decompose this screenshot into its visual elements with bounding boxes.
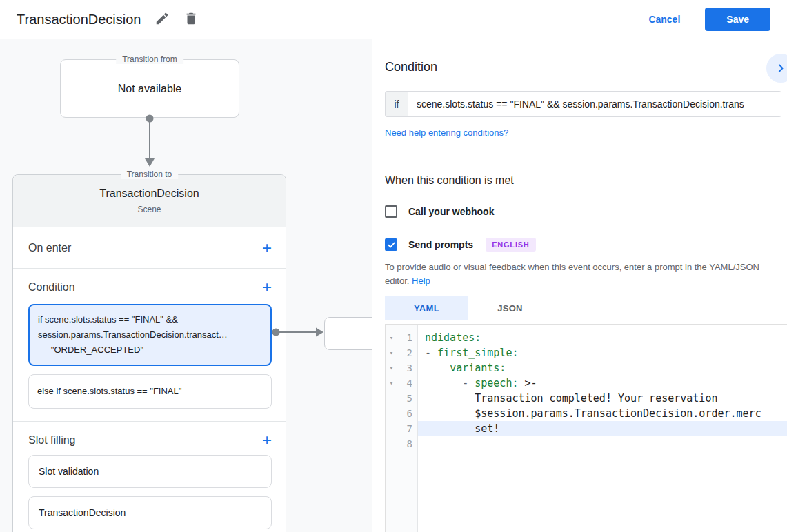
pencil-icon [155,11,170,26]
code-editor-lines: ▾1ndidates:▾2- first_simple:▾3 variants:… [386,330,787,451]
code-editor[interactable]: ▾1ndidates:▾2- first_simple:▾3 variants:… [385,324,787,532]
transition-to-legend: Transition to [121,170,179,179]
add-condition-button[interactable]: + [262,280,272,294]
condition-heading: Condition [385,59,781,74]
webhook-checkbox[interactable] [385,205,397,218]
down-arrow-connector [140,113,159,172]
code-line[interactable]: Transaction completed! Your reservation [418,391,787,406]
editor-line: ▾1ndidates: [386,330,787,345]
line-number: 7 [397,421,418,436]
line-number: 3 [397,360,418,376]
slot-card-validation[interactable]: Slot validation [28,455,272,488]
condition-detail-panel: Condition if Need help entering conditio… [372,39,787,532]
conditions-help-link[interactable]: Need help entering conditions? [385,127,508,138]
code-line[interactable]: $session.params.TransactionDecision.orde… [418,406,787,421]
editor-line: 5 Transaction completed! Your reservatio… [386,391,787,406]
edit-title-button[interactable] [155,11,170,28]
webhook-label: Call your webhook [408,206,494,217]
scene-card-header: TransactionDecision Scene [13,175,286,227]
line-number: 6 [397,406,418,421]
check-icon [387,241,396,249]
code-line[interactable]: - speech: >- [418,376,787,391]
editor-line: 8 [386,436,787,451]
code-line[interactable] [418,436,787,451]
code-line[interactable]: ndidates: [418,330,787,345]
condition-expression-row: if [385,91,781,117]
condition-line: == "ORDER_ACCEPTED" [38,342,262,358]
condition-line: if scene.slots.status == "FINAL" && [38,312,262,327]
condition-card-selected[interactable]: if scene.slots.status == "FINAL" && sess… [28,304,272,366]
delete-scene-button[interactable] [183,11,199,28]
slot-filling-label: Slot filling [28,434,75,447]
editor-line: ▾3 variants: [386,360,787,376]
scene-card: Transition to TransactionDecision Scene … [12,174,286,532]
chevron-right-icon [775,62,787,74]
condition-section-label: Condition [28,281,75,294]
condition-expression-input[interactable] [408,92,781,116]
fold-toggle-icon [386,421,397,436]
add-slot-button[interactable]: + [262,433,272,447]
scene-type-label: Scene [13,205,286,214]
top-bar: TransactionDecision Cancel Save [0,0,787,39]
app-window: TransactionDecision Cancel Save Transiti… [0,0,787,532]
editor-format-tabs: YAML JSON [385,296,781,320]
line-number: 1 [397,330,418,345]
on-enter-section: On enter + [13,227,286,269]
cancel-button[interactable]: Cancel [648,14,680,25]
hint-help-link[interactable]: Help [412,276,430,286]
transition-from-legend: Transition from [116,54,183,64]
slot-card-transaction-decision[interactable]: TransactionDecision [28,496,272,529]
hint-text-body: To provide audio or visual feedback when… [385,262,759,286]
line-number: 2 [397,345,418,360]
transition-from-box: Transition from Not available [60,59,239,118]
line-number: 5 [397,391,418,406]
tab-yaml[interactable]: YAML [385,296,468,320]
send-prompts-checkbox[interactable] [385,238,397,251]
fold-toggle-icon [386,406,397,421]
fold-toggle-icon [386,391,397,406]
fold-toggle-icon[interactable]: ▾ [386,330,397,345]
editor-line: ▾2- first_simple: [386,345,787,360]
condition-line: session.params.TransactionDecision.trans… [38,327,262,342]
collapse-panel-button[interactable] [766,54,787,83]
fold-toggle-icon[interactable]: ▾ [386,345,397,360]
if-prefix-label: if [386,92,408,116]
language-badge: ENGLISH [486,238,536,252]
condition-section: Condition + if scene.slots.status == "FI… [13,269,286,422]
on-enter-label: On enter [28,242,71,254]
send-prompts-label: Send prompts [408,239,473,250]
send-prompts-option-row: Send prompts ENGLISH [385,238,781,252]
fold-toggle-icon[interactable]: ▾ [386,360,397,376]
fold-toggle-icon[interactable]: ▾ [386,376,397,391]
add-on-enter-button[interactable]: + [262,241,272,255]
line-number: 4 [397,376,418,391]
editor-line: 6 $session.params.TransactionDecision.or… [386,406,787,421]
code-line[interactable]: - first_simple: [418,345,787,360]
when-condition-heading: When this condition is met [385,174,781,187]
editor-line: ▾4 - speech: >- [386,376,787,391]
tab-json[interactable]: JSON [468,296,552,320]
right-arrow-connector [270,324,327,340]
flow-diagram-panel: Transition from Not available Transition… [0,39,372,532]
code-line[interactable]: variants: [418,360,787,376]
transition-target-box[interactable] [324,317,372,350]
section-divider [372,156,787,156]
save-button[interactable]: Save [705,8,770,31]
condition-card-else[interactable]: else if scene.slots.status == "FINAL" [28,374,272,409]
editor-line: 7 set! [386,421,787,436]
webhook-option-row: Call your webhook [385,205,781,218]
transition-from-value: Not available [61,83,239,95]
page-title: TransactionDecision [17,12,141,28]
trash-icon [183,11,199,26]
prompt-hint-text: To provide audio or visual feedback when… [385,260,781,288]
fold-toggle-icon [386,436,397,451]
slot-filling-section: Slot filling + Slot validation Transacti… [13,422,286,532]
code-line[interactable]: set! [418,421,787,436]
line-number: 8 [397,436,418,451]
